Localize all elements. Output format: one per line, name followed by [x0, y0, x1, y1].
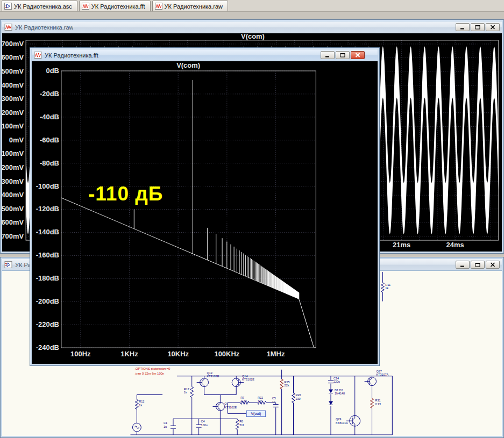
- svg-text:C14: C14: [333, 377, 339, 380]
- svg-text:100u: 100u: [201, 423, 208, 427]
- schematic-window-icon: [4, 261, 12, 268]
- svg-text:100mV: 100mV: [2, 122, 24, 130]
- svg-text:R12: R12: [139, 400, 144, 403]
- fft-plot-pane[interactable]: 0dB-20dB-40dB-60dB-80dB-100dB-120dB-140d…: [32, 61, 378, 364]
- svg-text:Q29: Q29: [336, 418, 341, 421]
- waveform-window-icon: [4, 24, 12, 31]
- svg-text:-140dB: -140dB: [36, 228, 59, 236]
- schematic-doc-icon: [4, 3, 12, 10]
- maximize-button[interactable]: [336, 51, 350, 59]
- tab-asc-label: УК Радиотехника.asc: [14, 3, 72, 10]
- tab-fft-label: УК Радиотехника.fft: [91, 3, 145, 10]
- svg-text:-100dB: -100dB: [36, 182, 59, 190]
- window-controls: [456, 23, 500, 31]
- tab-raw[interactable]: УК Радиотехника.raw: [152, 1, 228, 11]
- window-fft-titlebar[interactable]: УК Радиотехника.fft: [32, 49, 378, 61]
- svg-text:10KHz: 10KHz: [167, 350, 189, 358]
- svg-text:V(out): V(out): [251, 412, 261, 416]
- fft-annotation: -110 дБ: [88, 183, 163, 205]
- svg-text:-60dB: -60dB: [40, 136, 59, 144]
- svg-text:V(com): V(com): [241, 33, 265, 40]
- window-controls: [456, 261, 500, 269]
- minimize-button[interactable]: [456, 261, 470, 269]
- svg-text:C4: C4: [201, 420, 205, 423]
- svg-text:-80dB: -80dB: [40, 159, 59, 167]
- svg-text:D1 D2: D1 D2: [335, 389, 343, 392]
- svg-text:22k: 22k: [285, 384, 289, 387]
- svg-text:R11: R11: [385, 283, 391, 286]
- svg-text:-120dB: -120dB: [36, 205, 59, 213]
- close-button[interactable]: [486, 23, 500, 31]
- svg-text:1k: 1k: [385, 286, 388, 290]
- tab-raw-label: УК Радиотехника.raw: [165, 3, 223, 10]
- window-raw-title: УК Радиотехника.raw: [15, 24, 73, 31]
- document-tabbar: УК Радиотехника.asc УК Радиотехника.fft …: [0, 0, 504, 12]
- svg-text:KT3102E: KT3102E: [224, 406, 237, 409]
- svg-text:511: 511: [239, 423, 244, 427]
- svg-text:700mV: 700mV: [2, 40, 24, 48]
- svg-text:24ms: 24ms: [446, 241, 464, 249]
- tab-fft[interactable]: УК Радиотехника.fft: [79, 1, 151, 11]
- window-fft: УК Радиотехника.fft 0dB-20dB-40dB-60dB-8…: [30, 47, 380, 366]
- svg-text:100KHz: 100KHz: [214, 350, 239, 358]
- svg-text:-600mV: -600mV: [2, 218, 24, 226]
- svg-text:-180dB: -180dB: [36, 274, 59, 282]
- waveform-window-icon: [34, 52, 42, 59]
- svg-text:.OPTIONS plotwinsize=0: .OPTIONS plotwinsize=0: [134, 367, 171, 370]
- svg-text:R6: R6: [239, 420, 243, 423]
- svg-text:200mV: 200mV: [2, 109, 24, 117]
- fft-noise-floor: [61, 198, 316, 348]
- svg-text:KT8101A: KT8101A: [336, 421, 348, 425]
- svg-text:0.33: 0.33: [375, 403, 381, 406]
- close-button[interactable]: [486, 261, 500, 269]
- svg-text:1N4148: 1N4148: [335, 392, 345, 395]
- svg-text:-220dB: -220dB: [36, 320, 59, 328]
- svg-text:KT3102E: KT3102E: [242, 378, 254, 381]
- svg-text:R17: R17: [184, 387, 189, 391]
- svg-text:Q13: Q13: [207, 371, 212, 375]
- maximize-button[interactable]: [471, 23, 485, 31]
- waveform-doc-icon: [155, 3, 162, 10]
- svg-text:-500mV: -500mV: [2, 205, 24, 213]
- svg-text:C5: C5: [272, 397, 276, 400]
- svg-text:21ms: 21ms: [393, 241, 410, 249]
- svg-text:0mV: 0mV: [9, 136, 24, 144]
- window-fft-title: УК Радиотехника.fft: [45, 52, 98, 59]
- close-button[interactable]: [351, 51, 365, 59]
- svg-text:R26: R26: [295, 393, 301, 397]
- svg-text:1k: 1k: [184, 391, 187, 394]
- svg-text:-100mV: -100mV: [2, 149, 24, 157]
- svg-text:KT3107A: KT3107A: [376, 373, 388, 376]
- window-controls: [321, 51, 365, 59]
- svg-text:-240dB: -240dB: [36, 343, 59, 351]
- svg-text:-300mV: -300mV: [2, 177, 24, 185]
- fft-plot-svg: 0dB-20dB-40dB-60dB-80dB-100dB-120dB-140d…: [32, 61, 378, 364]
- svg-text:Q27: Q27: [376, 370, 381, 373]
- svg-text:-40dB: -40dB: [40, 113, 59, 121]
- svg-text:1n: 1n: [272, 400, 275, 404]
- svg-text:R7: R7: [240, 396, 244, 399]
- minimize-button[interactable]: [321, 51, 335, 59]
- svg-text:160: 160: [258, 400, 262, 403]
- svg-text:330: 330: [295, 397, 300, 400]
- svg-text:1k: 1k: [139, 404, 142, 407]
- window-raw-titlebar[interactable]: УК Радиотехника.raw: [2, 21, 502, 33]
- svg-text:-20dB: -20dB: [40, 90, 59, 98]
- svg-text:R22: R22: [258, 396, 263, 399]
- svg-text:600mV: 600mV: [2, 53, 24, 61]
- svg-text:-200mV: -200mV: [2, 163, 24, 171]
- svg-text:1KHz: 1KHz: [120, 350, 138, 358]
- svg-text:Q14: Q14: [242, 375, 247, 378]
- svg-text:.tran 0 32m 6m 100n: .tran 0 32m 6m 100n: [134, 372, 164, 375]
- svg-text:R31: R31: [375, 399, 381, 402]
- tab-asc[interactable]: УК Радиотехника.asc: [2, 1, 77, 11]
- svg-text:Q7: Q7: [224, 402, 228, 405]
- minimize-button[interactable]: [456, 23, 470, 31]
- svg-text:KT3102E: KT3102E: [207, 375, 219, 378]
- svg-text:-700mV: -700mV: [2, 232, 24, 240]
- ltspice-app: УК Радиотехника.asc УК Радиотехника.fft …: [0, 0, 504, 438]
- maximize-button[interactable]: [471, 261, 485, 269]
- svg-text:100Hz: 100Hz: [70, 350, 90, 358]
- svg-text:500mV: 500mV: [2, 67, 24, 75]
- svg-text:R25: R25: [285, 380, 290, 384]
